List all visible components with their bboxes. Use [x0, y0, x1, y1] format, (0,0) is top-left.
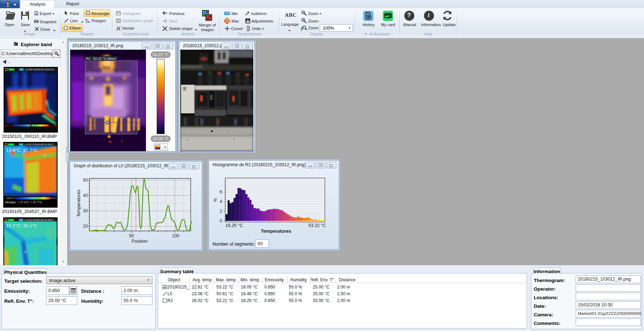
svg-text:50: 50: [129, 233, 134, 238]
svg-text:%: %: [213, 198, 218, 202]
svg-text:40: 40: [83, 193, 88, 198]
svg-text:15.8°C: 15.8°C: [6, 197, 14, 199]
svg-text:ε=0.93 2015/01/01 00:01:10: ε=0.93 2015/01/01 00:01:10: [25, 68, 54, 71]
svg-text:Temperatures: Temperatures: [76, 190, 81, 217]
svg-text:0: 0: [220, 218, 222, 223]
svg-text:ε=0.93 2015/01/05 20:45:37: ε=0.93 2015/01/05 20:45:37: [25, 143, 54, 146]
svg-text:40.0°C: 40.0°C: [49, 124, 57, 127]
svg-text:Position: Position: [132, 239, 148, 244]
svg-text:48.5°C: 48.5°C: [49, 197, 57, 199]
svg-text:2: 2: [220, 209, 222, 214]
svg-text:16.25 °C: 16.25 °C: [225, 223, 243, 228]
svg-text:50: 50: [83, 178, 88, 183]
svg-text:21.4°C: 21.4°C: [5, 124, 13, 127]
svg-text:MinMax: + 17.4°C + 47.7°C: MinMax: + 17.4°C + 47.7°C: [5, 201, 42, 204]
svg-text:Temperatures: Temperatures: [261, 228, 291, 234]
svg-text:100: 100: [172, 233, 179, 238]
svg-text:20: 20: [83, 224, 88, 229]
svg-text:30: 30: [83, 208, 88, 213]
svg-text:53.22 °C: 53.22 °C: [308, 223, 326, 228]
svg-text:6: 6: [220, 189, 222, 194]
svg-text:ε=0.93 2015/01/05 20:46:07: ε=0.93 2015/01/05 20:46:07: [25, 219, 54, 221]
svg-text:15.7°C; 30.1°C: 15.7°C; 30.1°C: [6, 223, 37, 228]
svg-text:R2 : 53.22 °C (Max): R2 : 53.22 °C (Max): [86, 56, 116, 60]
svg-text:4: 4: [220, 199, 222, 204]
svg-text:17.4°C; 47.7°C: 17.4°C; 47.7°C: [6, 148, 37, 153]
